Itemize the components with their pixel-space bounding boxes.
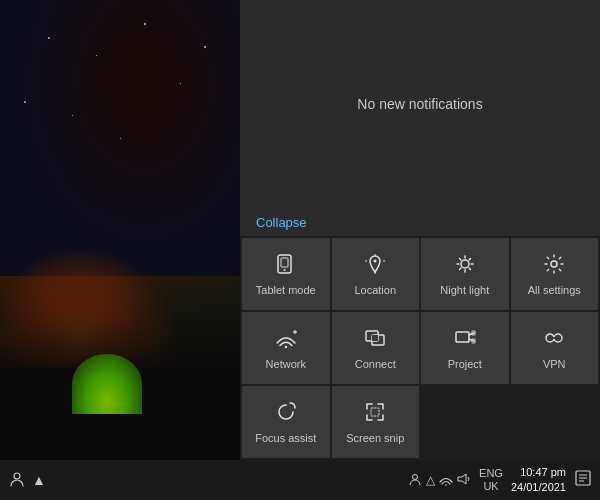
svg-point-33 — [14, 473, 20, 479]
collapse-label: Collapse — [256, 215, 307, 230]
no-notifications-text: No new notifications — [357, 96, 482, 112]
notification-panel: No new notifications Collapse Tablet mod… — [240, 0, 600, 460]
tile-location[interactable]: Location — [332, 238, 420, 310]
svg-rect-23 — [372, 335, 378, 341]
screen-snip-icon — [364, 401, 386, 426]
vpn-icon — [543, 327, 565, 352]
system-clock[interactable]: 10:47 pm 24/01/2021 — [511, 465, 566, 496]
tile-screen-snip[interactable]: Screen snip — [332, 386, 420, 458]
svg-line-13 — [459, 258, 461, 260]
svg-rect-32 — [371, 408, 379, 416]
tile-network[interactable]: Network — [242, 312, 330, 384]
tile-focus-assist[interactable]: Focus assist — [242, 386, 330, 458]
location-icon — [364, 253, 386, 278]
tile-night-light[interactable]: Night light — [421, 238, 509, 310]
svg-point-17 — [551, 261, 557, 267]
clock-date: 24/01/2021 — [511, 480, 566, 495]
tray-volume-icon[interactable] — [457, 472, 471, 489]
svg-point-3 — [374, 259, 377, 262]
svg-point-34 — [413, 474, 418, 479]
night-light-icon — [454, 253, 476, 278]
svg-rect-2 — [281, 258, 288, 267]
tablet-mode-label: Tablet mode — [256, 284, 316, 297]
tile-tablet-mode[interactable]: Tablet mode — [242, 238, 330, 310]
language-indicator[interactable]: ENG UK — [479, 467, 503, 493]
lang-locale: UK — [483, 480, 498, 493]
focus-assist-label: Focus assist — [255, 432, 316, 445]
location-label: Location — [354, 284, 396, 297]
taskbar-arrow-icon[interactable]: ▲ — [32, 472, 46, 488]
svg-point-35 — [445, 484, 447, 486]
tray-person-icon[interactable] — [408, 472, 422, 489]
vpn-label: VPN — [543, 358, 566, 371]
focus-assist-icon — [275, 401, 297, 426]
taskbar: ▲ △ — [0, 460, 600, 500]
svg-line-15 — [469, 258, 471, 260]
tile-connect[interactable]: Connect — [332, 312, 420, 384]
tray-arrow-icon[interactable]: △ — [426, 473, 435, 487]
wallpaper — [0, 0, 240, 460]
svg-line-16 — [459, 268, 461, 270]
quick-actions-grid: Tablet mode Location — [240, 236, 600, 460]
night-light-label: Night light — [440, 284, 489, 297]
tile-vpn[interactable]: VPN — [511, 312, 599, 384]
screen-snip-label: Screen snip — [346, 432, 404, 445]
all-settings-label: All settings — [528, 284, 581, 297]
project-label: Project — [448, 358, 482, 371]
tile-all-settings[interactable]: All settings — [511, 238, 599, 310]
connect-icon — [364, 327, 386, 352]
tile-project[interactable]: Project — [421, 312, 509, 384]
svg-line-14 — [469, 268, 471, 270]
network-label: Network — [266, 358, 306, 371]
svg-point-8 — [461, 260, 469, 268]
svg-marker-36 — [458, 474, 466, 484]
taskbar-left: ▲ — [8, 470, 46, 491]
svg-point-18 — [285, 346, 287, 348]
lang-code: ENG — [479, 467, 503, 480]
network-icon — [275, 327, 297, 352]
taskbar-right: △ ENG UK 10:47 pm 24/01/2021 — [408, 465, 592, 496]
clock-time: 10:47 pm — [520, 465, 566, 480]
notification-center-icon[interactable] — [574, 469, 592, 491]
connect-label: Connect — [355, 358, 396, 371]
notification-area: No new notifications — [240, 0, 600, 207]
collapse-button[interactable]: Collapse — [240, 207, 600, 236]
tray-network-icon[interactable] — [439, 472, 453, 489]
tablet-mode-icon — [275, 253, 297, 278]
all-settings-icon — [543, 253, 565, 278]
system-tray: △ — [408, 472, 471, 489]
svg-rect-24 — [456, 332, 469, 342]
taskbar-person-icon[interactable] — [8, 470, 26, 491]
project-icon — [454, 327, 476, 352]
